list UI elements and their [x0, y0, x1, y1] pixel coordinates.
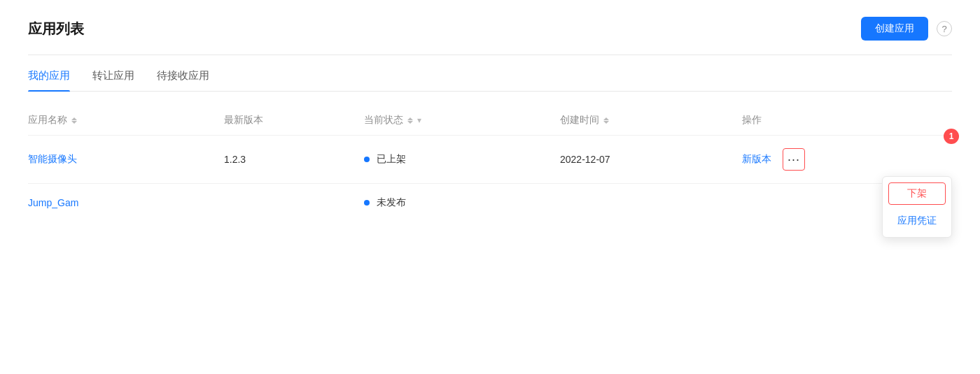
table-container: 应用名称 最新版本 当前状态 ▾ 创建时间 — [28, 108, 952, 222]
col-header-status: 当前状态 ▾ — [364, 114, 560, 127]
sort-icon-time — [603, 117, 609, 124]
col-header-time: 创建时间 — [560, 114, 742, 127]
col-header-action: 操作 — [742, 114, 952, 127]
col-header-version: 最新版本 — [224, 114, 364, 127]
row2-name-cell: Jump_Gam — [28, 197, 224, 208]
table-row: Jump_Gam 未发布 2 — [28, 183, 952, 222]
row1-new-version-button[interactable]: 新版本 — [742, 153, 771, 166]
help-icon[interactable]: ? — [937, 21, 952, 36]
header-right: 创建应用 ? — [861, 17, 952, 41]
row1-more-button[interactable]: ··· — [783, 148, 805, 171]
tab-transfer-apps[interactable]: 转让应用 — [92, 69, 134, 91]
row1-status-dot — [364, 157, 370, 162]
row2-app-name-link[interactable]: Jump_Gam — [28, 197, 78, 208]
sort-icon-status — [407, 117, 413, 124]
row1-version-cell: 1.2.3 — [224, 154, 364, 165]
dropdown-item-credentials[interactable]: 应用凭证 — [883, 208, 951, 234]
row1-name-cell: 智能摄像头 — [28, 153, 224, 166]
table-row: 智能摄像头 1.2.3 已上架 2022-12-07 1 新版本 ··· 下架 … — [28, 135, 952, 183]
dropdown-item-unlist[interactable]: 下架 — [888, 182, 946, 205]
badge-1: 1 — [944, 129, 959, 144]
page-title: 应用列表 — [28, 20, 84, 38]
table-header: 应用名称 最新版本 当前状态 ▾ 创建时间 — [28, 108, 952, 135]
row1-app-name-link[interactable]: 智能摄像头 — [28, 153, 77, 164]
header: 应用列表 创建应用 ? — [28, 0, 952, 55]
row1-status-cell: 已上架 — [364, 153, 560, 166]
col-header-name: 应用名称 — [28, 114, 224, 127]
tab-pending-apps[interactable]: 待接收应用 — [157, 69, 209, 91]
row1-time-cell: 2022-12-07 — [560, 154, 742, 165]
row2-status-dot — [364, 200, 370, 206]
filter-icon-status[interactable]: ▾ — [417, 115, 421, 125]
row2-status-cell: 未发布 — [364, 196, 560, 209]
create-app-button[interactable]: 创建应用 — [861, 17, 928, 41]
row1-action-cell: 1 新版本 ··· 下架 应用凭证 — [742, 148, 952, 171]
sort-icon-name — [71, 117, 77, 124]
tabs: 我的应用 转让应用 待接收应用 — [28, 55, 952, 92]
tab-my-apps[interactable]: 我的应用 — [28, 69, 70, 91]
page-container: 应用列表 创建应用 ? 我的应用 转让应用 待接收应用 应用名称 — [0, 0, 980, 374]
dropdown-menu: 下架 应用凭证 — [882, 176, 952, 238]
